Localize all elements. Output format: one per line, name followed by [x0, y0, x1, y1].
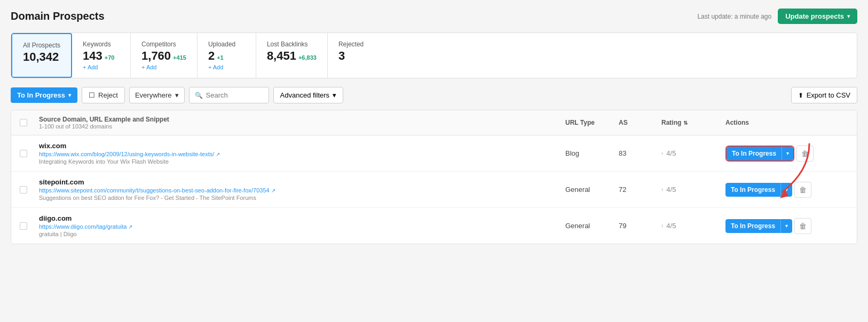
search-input[interactable]	[206, 91, 263, 99]
to-in-progress-dropdown-diigo[interactable]: ▾	[780, 219, 792, 233]
as-sitepoint: 72	[619, 186, 661, 194]
as-diigo: 79	[619, 222, 661, 230]
stats-row: All Prospects 10,342 Keywords 143 +70 + …	[11, 33, 857, 78]
action-cell-diigo: To In Progress ▾ 🗑	[725, 218, 822, 234]
header-checkbox[interactable]	[20, 119, 39, 126]
stat-value-competitors: 1,760	[141, 49, 171, 63]
advanced-filters-chevron-icon: ▾	[333, 91, 336, 99]
to-in-progress-btn-sitepoint[interactable]: To In Progress	[725, 183, 780, 197]
external-link-icon-sitepoint: ↗	[271, 188, 275, 194]
stat-delta-uploaded: +1	[217, 54, 224, 61]
table-row: wix.com https://www.wix.com/blog/2009/12…	[11, 135, 857, 172]
everywhere-dropdown[interactable]: Everywhere ▾	[129, 87, 185, 103]
export-to-csv-button[interactable]: ⬆ Export to CSV	[791, 87, 857, 103]
rating-chevron-icon-sitepoint: ›	[661, 187, 663, 192]
search-icon: 🔍	[195, 92, 203, 99]
reject-square-icon: ☐	[89, 91, 95, 99]
domain-snippet-sitepoint: Suggestions on best SEO addon for Fire F…	[39, 195, 565, 201]
domain-table: Source Domain, URL Example and Snippet 1…	[11, 110, 857, 244]
to-in-progress-chevron-icon: ▾	[68, 92, 71, 98]
external-link-icon-diigo: ↗	[128, 224, 132, 230]
domain-url-sitepoint[interactable]: https://www.sitepoint.com/community/t/su…	[39, 187, 565, 194]
stat-value-lost: 8,451	[267, 49, 296, 63]
rating-chevron-icon-wix: ›	[661, 150, 663, 156]
stat-value-rejected: 3	[338, 49, 376, 63]
stat-label-all: All Prospects	[23, 42, 60, 49]
to-in-progress-dropdown-sitepoint[interactable]: ▾	[780, 183, 792, 197]
stat-card-competitors[interactable]: Competitors 1,760 +415 + Add	[131, 33, 198, 78]
stat-card-keywords[interactable]: Keywords 143 +70 + Add	[72, 33, 131, 78]
table-header: Source Domain, URL Example and Snippet 1…	[11, 110, 857, 135]
delete-btn-diigo[interactable]: 🗑	[794, 218, 811, 234]
advanced-filters-button[interactable]: Advanced filters ▾	[273, 87, 344, 103]
stat-label-uploaded: Uploaded	[208, 41, 245, 48]
row-checkbox-sitepoint[interactable]	[20, 186, 39, 194]
update-prospects-button[interactable]: Update prospects ▾	[778, 9, 857, 24]
domain-name-diigo: diigo.com	[39, 214, 565, 222]
url-type-diigo: General	[565, 222, 619, 230]
stat-value-keywords: 143	[83, 49, 102, 63]
external-link-icon-wix: ↗	[216, 151, 220, 157]
rating-sitepoint: › 4/5	[661, 186, 725, 194]
stat-value-uploaded: 2	[208, 49, 215, 63]
rating-filter-icon: ⇅	[683, 120, 688, 126]
stat-value-all: 10,342	[23, 50, 60, 64]
action-cell-sitepoint: To In Progress ▾ 🗑	[725, 182, 822, 198]
stat-label-rejected: Rejected	[338, 41, 376, 48]
toolbar: To In Progress ▾ ☐ Reject Everywhere ▾ 🔍…	[11, 87, 857, 103]
stat-add-keywords[interactable]: + Add	[83, 64, 120, 70]
stat-delta-lost: +6,833	[298, 54, 317, 61]
to-in-progress-btn-wix[interactable]: To In Progress	[727, 147, 782, 160]
stat-label-keywords: Keywords	[83, 41, 120, 48]
domain-url-diigo[interactable]: https://www.diigo.com/tag/gratuita ↗	[39, 223, 565, 230]
domain-snippet-diigo: gratuita | Diigo	[39, 231, 565, 237]
everywhere-chevron-icon: ▾	[175, 91, 179, 99]
search-box[interactable]: 🔍	[189, 87, 269, 103]
rating-chevron-icon-diigo: ›	[661, 223, 663, 229]
header-right: Last update: a minute ago Update prospec…	[697, 9, 857, 24]
table-row: diigo.com https://www.diigo.com/tag/grat…	[11, 208, 857, 244]
domain-name-sitepoint: sitepoint.com	[39, 178, 565, 186]
stat-label-lost: Lost Backlinks	[267, 41, 317, 48]
row-source-sitepoint: sitepoint.com https://www.sitepoint.com/…	[39, 178, 565, 201]
col-as-header: AS	[619, 119, 661, 126]
last-update-label: Last update: a minute ago	[697, 13, 771, 20]
url-type-wix: Blog	[565, 149, 619, 157]
stat-card-uploaded[interactable]: Uploaded 2 +1 + Add	[198, 33, 256, 78]
table-row: sitepoint.com https://www.sitepoint.com/…	[11, 172, 857, 208]
col-source-header: Source Domain, URL Example and Snippet 1…	[39, 116, 565, 130]
to-in-progress-btn-diigo[interactable]: To In Progress	[725, 219, 780, 233]
row-checkbox-wix[interactable]	[20, 150, 39, 157]
row-source-diigo: diigo.com https://www.diigo.com/tag/grat…	[39, 214, 565, 237]
rating-wix: › 4/5	[661, 149, 725, 157]
domain-snippet-wix: Integrating Keywords into Your Wix Flash…	[39, 158, 565, 165]
stat-label-competitors: Competitors	[141, 41, 186, 48]
col-url-type-header: URL Type	[565, 119, 619, 126]
url-type-sitepoint: General	[565, 186, 619, 194]
update-btn-chevron-icon: ▾	[847, 13, 850, 19]
action-cell-wix: To In Progress ▾ 🗑	[725, 146, 822, 162]
page-title: Domain Prospects	[11, 10, 105, 22]
domain-url-wix[interactable]: https://www.wix.com/blog/2009/12/using-k…	[39, 151, 565, 157]
to-in-progress-dropdown-wix[interactable]: ▾	[782, 147, 793, 160]
stat-card-rejected[interactable]: Rejected 3	[328, 33, 386, 78]
stat-delta-keywords: +70	[105, 54, 115, 61]
domain-name-wix: wix.com	[39, 142, 565, 150]
stat-card-lost-backlinks[interactable]: Lost Backlinks 8,451 +6,833	[256, 33, 328, 78]
rating-diigo: › 4/5	[661, 222, 725, 230]
stat-add-uploaded[interactable]: + Add	[208, 64, 245, 70]
stat-add-competitors[interactable]: + Add	[141, 64, 186, 70]
to-in-progress-button[interactable]: To In Progress ▾	[11, 87, 77, 103]
row-source-wix: wix.com https://www.wix.com/blog/2009/12…	[39, 142, 565, 165]
as-wix: 83	[619, 149, 661, 157]
delete-btn-sitepoint[interactable]: 🗑	[794, 182, 811, 198]
stat-delta-competitors: +415	[173, 54, 186, 61]
reject-button[interactable]: ☐ Reject	[82, 87, 125, 103]
delete-btn-wix[interactable]: 🗑	[796, 146, 814, 162]
upload-icon: ⬆	[798, 92, 803, 99]
row-checkbox-diigo[interactable]	[20, 222, 39, 230]
col-actions-header: Actions	[725, 119, 822, 126]
stat-card-all-prospects[interactable]: All Prospects 10,342	[11, 33, 72, 78]
col-rating-header[interactable]: Rating ⇅	[661, 119, 725, 126]
